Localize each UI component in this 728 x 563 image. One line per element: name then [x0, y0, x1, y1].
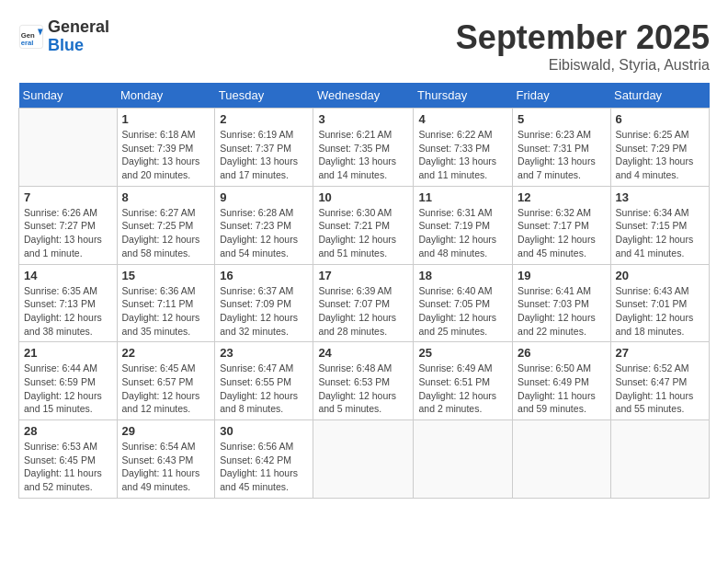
- weekday-header-saturday: Saturday: [610, 83, 709, 109]
- day-number: 27: [616, 346, 704, 360]
- day-info: Sunrise: 6:48 AMSunset: 6:53 PMDaylight:…: [318, 362, 408, 416]
- weekday-header-sunday: Sunday: [19, 83, 118, 109]
- day-info: Sunrise: 6:44 AMSunset: 6:59 PMDaylight:…: [24, 362, 112, 416]
- day-info: Sunrise: 6:50 AMSunset: 6:49 PMDaylight:…: [518, 362, 606, 416]
- day-number: 2: [220, 112, 308, 126]
- day-number: 9: [220, 190, 308, 204]
- day-number: 24: [318, 346, 408, 360]
- day-info: Sunrise: 6:40 AMSunset: 7:05 PMDaylight:…: [418, 284, 507, 339]
- calendar-week-4: 21Sunrise: 6:44 AMSunset: 6:59 PMDayligh…: [19, 342, 710, 420]
- day-number: 23: [220, 346, 308, 360]
- day-info: Sunrise: 6:49 AMSunset: 6:51 PMDaylight:…: [418, 362, 507, 416]
- calendar-cell: 13Sunrise: 6:34 AMSunset: 7:15 PMDayligh…: [610, 186, 709, 264]
- day-info: Sunrise: 6:28 AMSunset: 7:23 PMDaylight:…: [220, 206, 308, 260]
- day-number: 6: [616, 112, 704, 126]
- day-number: 12: [518, 190, 606, 204]
- calendar-cell: [610, 420, 709, 499]
- calendar-cell: 10Sunrise: 6:30 AMSunset: 7:21 PMDayligh…: [313, 186, 414, 264]
- day-info: Sunrise: 6:41 AMSunset: 7:03 PMDaylight:…: [518, 284, 606, 339]
- calendar-cell: 20Sunrise: 6:43 AMSunset: 7:01 PMDayligh…: [610, 264, 709, 342]
- day-info: Sunrise: 6:36 AMSunset: 7:11 PMDaylight:…: [122, 284, 210, 339]
- calendar-cell: 2Sunrise: 6:19 AMSunset: 7:37 PMDaylight…: [215, 109, 313, 187]
- calendar-cell: 25Sunrise: 6:49 AMSunset: 6:51 PMDayligh…: [414, 342, 513, 420]
- day-info: Sunrise: 6:19 AMSunset: 7:37 PMDaylight:…: [220, 128, 308, 182]
- calendar-cell: 7Sunrise: 6:26 AMSunset: 7:27 PMDaylight…: [19, 186, 118, 264]
- calendar-cell: 23Sunrise: 6:47 AMSunset: 6:55 PMDayligh…: [215, 342, 313, 420]
- day-number: 11: [418, 190, 507, 204]
- day-info: Sunrise: 6:34 AMSunset: 7:15 PMDaylight:…: [616, 206, 704, 260]
- location: Eibiswald, Styria, Austria: [456, 57, 710, 74]
- calendar-cell: 6Sunrise: 6:25 AMSunset: 7:29 PMDaylight…: [610, 109, 709, 187]
- day-info: Sunrise: 6:37 AMSunset: 7:09 PMDaylight:…: [220, 284, 308, 339]
- day-number: 30: [220, 424, 308, 438]
- calendar-cell: 21Sunrise: 6:44 AMSunset: 6:59 PMDayligh…: [19, 342, 118, 420]
- day-number: 8: [122, 190, 210, 204]
- day-number: 18: [418, 269, 507, 282]
- calendar-cell: 28Sunrise: 6:53 AMSunset: 6:45 PMDayligh…: [19, 420, 118, 499]
- day-info: Sunrise: 6:27 AMSunset: 7:25 PMDaylight:…: [122, 206, 210, 260]
- day-number: 26: [518, 346, 606, 360]
- day-info: Sunrise: 6:54 AMSunset: 6:43 PMDaylight:…: [122, 440, 210, 494]
- calendar-header-row: SundayMondayTuesdayWednesdayThursdayFrid…: [19, 83, 710, 109]
- calendar-week-2: 7Sunrise: 6:26 AMSunset: 7:27 PMDaylight…: [19, 186, 710, 264]
- logo: Gen eral General Blue: [18, 18, 109, 55]
- day-number: 1: [122, 112, 210, 126]
- day-number: 13: [616, 190, 704, 204]
- day-info: Sunrise: 6:43 AMSunset: 7:01 PMDaylight:…: [616, 284, 704, 339]
- calendar-cell: 12Sunrise: 6:32 AMSunset: 7:17 PMDayligh…: [513, 186, 611, 264]
- day-number: 28: [24, 424, 112, 438]
- logo-text: General Blue: [48, 18, 109, 55]
- calendar-table: SundayMondayTuesdayWednesdayThursdayFrid…: [18, 83, 710, 499]
- calendar-cell: 9Sunrise: 6:28 AMSunset: 7:23 PMDaylight…: [215, 186, 313, 264]
- day-number: 21: [24, 346, 112, 360]
- day-number: 3: [318, 112, 408, 126]
- day-info: Sunrise: 6:18 AMSunset: 7:39 PMDaylight:…: [122, 128, 210, 182]
- calendar-cell: 5Sunrise: 6:23 AMSunset: 7:31 PMDaylight…: [513, 109, 611, 187]
- day-number: 15: [122, 269, 210, 282]
- day-info: Sunrise: 6:22 AMSunset: 7:33 PMDaylight:…: [418, 128, 507, 182]
- calendar-cell: 26Sunrise: 6:50 AMSunset: 6:49 PMDayligh…: [513, 342, 611, 420]
- day-number: 10: [318, 190, 408, 204]
- day-number: 20: [616, 269, 704, 282]
- month-title: September 2025: [456, 18, 710, 57]
- day-info: Sunrise: 6:35 AMSunset: 7:13 PMDaylight:…: [24, 284, 112, 339]
- weekday-header-wednesday: Wednesday: [313, 83, 414, 109]
- weekday-header-monday: Monday: [117, 83, 215, 109]
- logo-blue: Blue: [48, 37, 109, 55]
- day-info: Sunrise: 6:21 AMSunset: 7:35 PMDaylight:…: [318, 128, 408, 182]
- calendar-cell: 29Sunrise: 6:54 AMSunset: 6:43 PMDayligh…: [117, 420, 215, 499]
- calendar-cell: 3Sunrise: 6:21 AMSunset: 7:35 PMDaylight…: [313, 109, 414, 187]
- day-info: Sunrise: 6:23 AMSunset: 7:31 PMDaylight:…: [518, 128, 606, 182]
- calendar-cell: [414, 420, 513, 499]
- day-number: 17: [318, 269, 408, 282]
- day-number: 29: [122, 424, 210, 438]
- calendar-cell: 11Sunrise: 6:31 AMSunset: 7:19 PMDayligh…: [414, 186, 513, 264]
- weekday-header-thursday: Thursday: [414, 83, 513, 109]
- calendar-cell: 27Sunrise: 6:52 AMSunset: 6:47 PMDayligh…: [610, 342, 709, 420]
- day-number: 22: [122, 346, 210, 360]
- calendar-cell: 24Sunrise: 6:48 AMSunset: 6:53 PMDayligh…: [313, 342, 414, 420]
- calendar-cell: 19Sunrise: 6:41 AMSunset: 7:03 PMDayligh…: [513, 264, 611, 342]
- calendar-cell: 8Sunrise: 6:27 AMSunset: 7:25 PMDaylight…: [117, 186, 215, 264]
- calendar-cell: 18Sunrise: 6:40 AMSunset: 7:05 PMDayligh…: [414, 264, 513, 342]
- calendar-cell: 4Sunrise: 6:22 AMSunset: 7:33 PMDaylight…: [414, 109, 513, 187]
- calendar-cell: 30Sunrise: 6:56 AMSunset: 6:42 PMDayligh…: [215, 420, 313, 499]
- calendar-cell: 1Sunrise: 6:18 AMSunset: 7:39 PMDaylight…: [117, 109, 215, 187]
- day-info: Sunrise: 6:53 AMSunset: 6:45 PMDaylight:…: [24, 440, 112, 494]
- day-number: 7: [24, 190, 112, 204]
- day-number: 16: [220, 269, 308, 282]
- day-info: Sunrise: 6:39 AMSunset: 7:07 PMDaylight:…: [318, 284, 408, 339]
- day-number: 14: [24, 269, 112, 282]
- day-number: 19: [518, 269, 606, 282]
- day-number: 4: [418, 112, 507, 126]
- weekday-header-friday: Friday: [513, 83, 611, 109]
- calendar-cell: [313, 420, 414, 499]
- day-info: Sunrise: 6:32 AMSunset: 7:17 PMDaylight:…: [518, 206, 606, 260]
- day-info: Sunrise: 6:26 AMSunset: 7:27 PMDaylight:…: [24, 206, 112, 260]
- page-header: Gen eral General Blue September 2025 Eib…: [18, 18, 710, 74]
- calendar-cell: 22Sunrise: 6:45 AMSunset: 6:57 PMDayligh…: [117, 342, 215, 420]
- logo-general: General: [48, 18, 109, 37]
- calendar-cell: 17Sunrise: 6:39 AMSunset: 7:07 PMDayligh…: [313, 264, 414, 342]
- calendar-cell: [19, 109, 118, 187]
- svg-text:eral: eral: [21, 39, 34, 47]
